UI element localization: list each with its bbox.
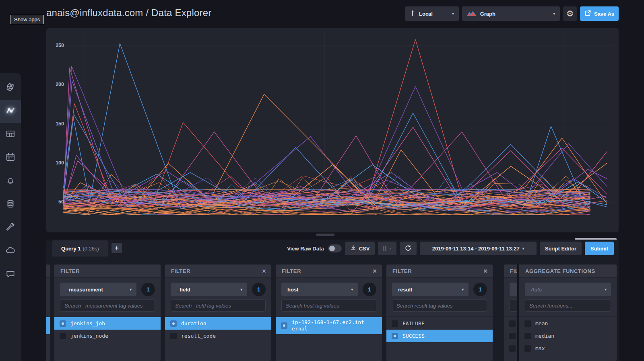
list-item[interactable]: SUCCESS — [386, 330, 493, 342]
sidebar-item-cloud[interactable] — [0, 240, 21, 263]
selected-count-badge: 1 — [141, 283, 155, 296]
sidebar-item-tasks[interactable] — [0, 146, 21, 170]
save-as-button[interactable]: Save As — [580, 6, 619, 21]
builder-cards-row: FILTER _measurement ▾ 1 jenkins_job jenk… — [46, 265, 619, 361]
refresh-button[interactable] — [400, 242, 417, 255]
filter-card-field: FILTER ✕ _field ▾ 1 duration result_code — [165, 265, 271, 361]
sidebar-item-settings[interactable] — [0, 216, 21, 240]
tag-key-dropdown[interactable]: result ▾ — [392, 283, 469, 296]
y-axis-label: 100 — [48, 160, 64, 166]
influxdb-logo-icon — [5, 82, 16, 94]
tag-value-search-input[interactable] — [392, 299, 487, 312]
tag-key-dropdown[interactable]: _measurement ▾ — [60, 283, 136, 296]
graph-type-icon — [467, 10, 477, 17]
filter-card-header: FILTER ✕ — [276, 265, 382, 278]
view-raw-data-toggle[interactable] — [328, 244, 342, 252]
script-editor-button[interactable]: Script Editor — [540, 242, 582, 255]
sidebar-item-dashboards[interactable] — [0, 123, 21, 146]
tag-value-list: ip-192-168-1-67.ec2.internal — [276, 316, 382, 334]
filter-card-partial-left — [46, 265, 50, 361]
selected-count-badge: 1 — [252, 283, 266, 296]
list-item[interactable]: duration — [165, 317, 271, 330]
chevron-down-icon: ▾ — [553, 12, 555, 16]
show-apps-tooltip: Show apps — [10, 15, 44, 24]
close-icon[interactable]: ✕ — [483, 268, 488, 274]
source-dropdown[interactable]: Local ▾ — [405, 6, 459, 21]
cloud-icon — [5, 245, 16, 257]
sidebar-item-buckets[interactable] — [0, 193, 21, 216]
selected-count-badge: 1 — [473, 283, 487, 296]
submit-label: Submit — [590, 246, 608, 252]
wrench-icon — [5, 222, 16, 234]
checkbox-checked-icon — [392, 333, 398, 339]
filter-card-measurement: FILTER _measurement ▾ 1 jenkins_job jenk… — [54, 265, 161, 361]
close-icon[interactable]: ✕ — [262, 268, 267, 274]
query-tab[interactable]: Query 1 (0.26s) — [52, 240, 108, 256]
y-axis-label: 250 — [48, 43, 64, 48]
window-period-dropdown[interactable]: Auto ▾ — [525, 283, 611, 296]
tag-value-search-input[interactable] — [281, 299, 376, 312]
tag-key-dropdown[interactable]: host ▾ — [281, 283, 358, 296]
filter-card-host: FILTER ✕ host ▾ 1 ip-192-168-1-67.ec2.in… — [276, 265, 382, 361]
list-item[interactable]: ip-192-168-1-67.ec2.internal — [276, 317, 382, 334]
database-icon — [5, 199, 16, 211]
filter-card-header: FILTER ✕ — [386, 265, 493, 278]
export-icon — [584, 10, 591, 18]
y-axis-label: 50 — [48, 199, 64, 205]
function-search-input[interactable] — [525, 299, 611, 312]
tag-value-search-input[interactable] — [171, 299, 266, 312]
list-item[interactable]: jenkins_job — [54, 317, 161, 330]
tag-value-list: FAILURE SUCCESS — [386, 316, 493, 342]
csv-download-button[interactable]: CSV — [345, 242, 375, 255]
chart-lines — [64, 39, 607, 215]
chevron-down-icon: ▾ — [462, 287, 464, 291]
nav-sidebar — [0, 73, 21, 361]
pin-icon — [410, 10, 415, 17]
list-item[interactable]: result_code — [165, 330, 271, 342]
filter-card-header: FILTER ✕ — [165, 265, 271, 278]
sidebar-item-feedback[interactable] — [0, 263, 21, 286]
tag-key-dropdown[interactable]: _field ▾ — [171, 283, 247, 296]
dashboards-icon — [5, 129, 16, 141]
filter-card-result: FILTER ✕ result ▾ 1 FAILURE SUCCESS — [386, 265, 493, 361]
list-item[interactable]: jenkins_node — [54, 330, 161, 342]
list-item[interactable]: median — [519, 330, 617, 342]
pause-button[interactable]: ▾ — [378, 242, 396, 255]
checkbox-icon — [170, 333, 177, 339]
query-controls: View Raw Data CSV ▾ 2019-09-11 13:14 - 2… — [287, 242, 614, 255]
list-item[interactable]: mean — [519, 317, 617, 330]
tag-value-search-input[interactable] — [60, 299, 155, 312]
function-list: mean median max — [519, 316, 617, 355]
graph-visualization-cell[interactable]: 5010015020025001:15:00 PM01:20:00 PM01:2… — [46, 28, 619, 232]
list-item[interactable]: max — [519, 342, 617, 355]
query-tab-duration: (0.26s) — [83, 246, 99, 252]
time-range-label: 2019-09-11 13:14 - 2019-09-11 13:27 — [432, 246, 520, 252]
script-editor-label: Script Editor — [545, 246, 576, 252]
checkbox-checked-icon — [281, 322, 287, 329]
pause-icon — [383, 246, 386, 251]
checkbox-icon — [392, 320, 398, 327]
checkbox-checked-icon — [170, 320, 177, 327]
close-icon[interactable]: ✕ — [373, 268, 378, 274]
visualization-dropdown[interactable]: Graph ▾ — [462, 6, 560, 21]
bell-icon — [5, 175, 16, 187]
chevron-down-icon: ▾ — [130, 287, 132, 291]
data-explorer-icon — [5, 105, 16, 117]
time-range-dropdown[interactable]: 2019-09-11 13:14 - 2019-09-11 13:27 ▾ — [420, 242, 537, 255]
checkbox-checked-icon — [60, 320, 66, 327]
sidebar-item-alerts[interactable] — [0, 170, 21, 193]
download-icon — [350, 245, 356, 252]
chevron-down-icon: ▾ — [604, 287, 606, 291]
line-chart — [46, 28, 619, 232]
list-item[interactable]: FAILURE — [386, 317, 493, 330]
submit-button[interactable]: Submit — [585, 242, 614, 255]
sidebar-item-data-explorer[interactable] — [0, 100, 21, 123]
gear-icon: ⚙ — [566, 9, 574, 18]
y-axis-label: 150 — [48, 121, 64, 127]
settings-gear-button[interactable]: ⚙ — [563, 6, 577, 21]
sidebar-item-home[interactable] — [0, 76, 21, 100]
panel-resize-handle[interactable] — [316, 234, 334, 236]
add-query-button[interactable]: + — [111, 243, 122, 253]
chat-bubble-icon — [5, 269, 16, 281]
chevron-down-icon: ▾ — [452, 12, 454, 16]
